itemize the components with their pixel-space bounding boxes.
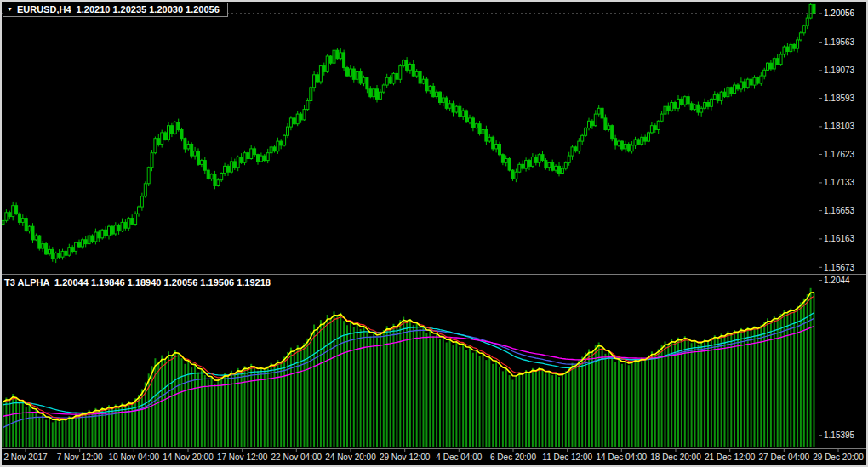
time-tick-label: 21 Dec 12:00 xyxy=(705,453,756,462)
indicator-tick-label: 1.2044 xyxy=(824,276,850,285)
time-tick-label: 22 Nov 04:00 xyxy=(271,453,323,462)
price-tick-label: 1.19563 xyxy=(824,37,855,47)
price-tick-label: 1.16163 xyxy=(824,234,855,243)
time-tick-label: 14 Dec 04:00 xyxy=(597,453,648,462)
price-tick-label: 1.20056 xyxy=(824,9,855,18)
price-tick-label: 1.17623 xyxy=(824,150,855,159)
chart-title: EURUSD,H4 1.20210 1.20235 1.20030 1.2005… xyxy=(17,4,220,14)
time-tick-label: 14 Nov 20:00 xyxy=(163,453,214,462)
price-tick-label: 1.19073 xyxy=(824,65,855,75)
price-tick-label: 1.18593 xyxy=(824,94,855,103)
chart-canvas[interactable]: 1.200561.195631.190731.185931.181031.176… xyxy=(0,0,868,467)
price-tick-label: 1.17133 xyxy=(824,178,855,187)
time-tick-label: 7 Nov 12:00 xyxy=(57,453,103,462)
chart-menu-icon[interactable]: ▼ xyxy=(7,5,13,14)
time-tick-label: 10 Nov 04:00 xyxy=(109,453,160,462)
time-tick-label: 24 Nov 20:00 xyxy=(325,453,376,462)
chart-svg[interactable]: 1.200561.195631.190731.185931.181031.176… xyxy=(0,0,868,467)
time-tick-label: 29 Dec 20:00 xyxy=(813,453,864,462)
time-tick-label: 29 Nov 12:00 xyxy=(380,453,431,462)
time-tick-label: 11 Dec 12:00 xyxy=(542,453,592,462)
time-tick-label: 17 Nov 12:00 xyxy=(217,453,268,462)
time-tick-label: 18 Dec 20:00 xyxy=(650,453,701,462)
time-tick-label: 27 Dec 04:00 xyxy=(759,453,810,462)
price-tick-label: 1.16653 xyxy=(824,206,855,215)
chart-title-box[interactable]: ▼ EURUSD,H4 1.20210 1.20235 1.20030 1.20… xyxy=(3,3,228,17)
indicator-label: T3 ALPHA 1.20044 1.19846 1.18940 1.20056… xyxy=(4,277,271,288)
price-tick-label: 1.15673 xyxy=(824,263,855,272)
time-tick-label: 6 Dec 20:00 xyxy=(490,453,536,462)
time-tick-label: 4 Dec 04:00 xyxy=(436,453,482,462)
price-tick-label: 1.18103 xyxy=(824,122,855,131)
indicator-tick-label: 1.15395 xyxy=(824,430,855,440)
time-tick-label: 2 Nov 2017 xyxy=(3,453,48,462)
mt4-chart-window: 1.200561.195631.190731.185931.181031.176… xyxy=(0,0,868,467)
